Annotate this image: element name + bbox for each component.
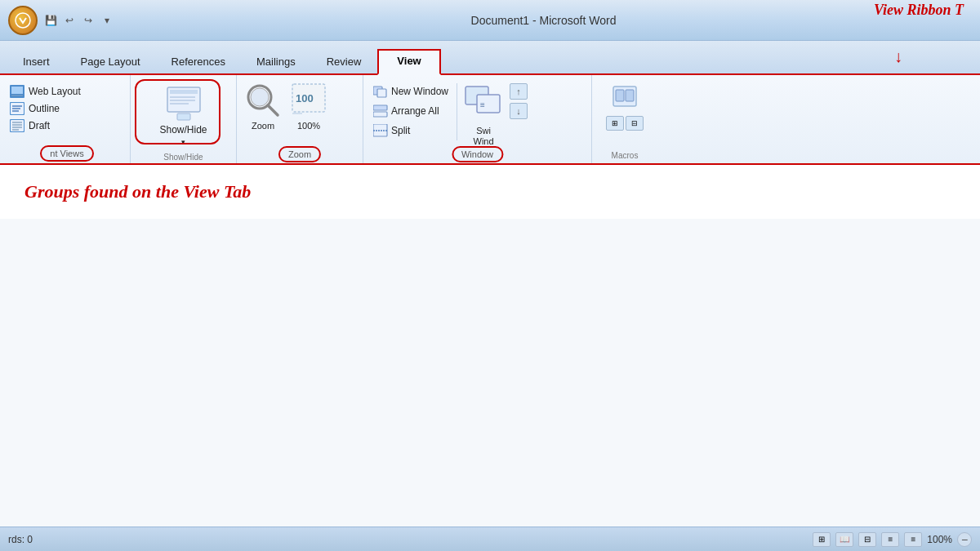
window-small-icons: ↑ ↓ — [510, 83, 528, 119]
down-arrow-annotation: ↓ — [894, 47, 902, 66]
svg-rect-35 — [616, 90, 624, 101]
macros-small-icon-2[interactable]: ⊟ — [626, 116, 644, 131]
svg-rect-3 — [11, 95, 23, 96]
macros-icon — [610, 83, 639, 113]
arrange-all-label: Arrange All — [391, 105, 439, 117]
outline-icon — [10, 102, 24, 115]
new-window-btn[interactable]: New Window — [370, 83, 452, 100]
status-icon-1[interactable]: ⊞ — [813, 532, 831, 547]
redo-quick-icon[interactable]: ↪ — [80, 12, 96, 29]
window-arrow-down-icon[interactable]: ↓ — [510, 103, 528, 119]
status-icon-4[interactable]: ≡ — [881, 532, 899, 547]
zoom-magnifier-icon — [243, 80, 283, 121]
show-hide-big-icon — [163, 82, 205, 124]
view-ribbon-annotation: View Ribbon T — [874, 2, 964, 19]
zoom-group-label: Zoom — [278, 146, 321, 162]
zoom-label: Zoom — [252, 121, 274, 131]
tab-references[interactable]: References — [157, 51, 240, 73]
svg-rect-27 — [373, 105, 387, 110]
status-icon-5[interactable]: ≡ — [904, 532, 922, 547]
quick-access-toolbar: 💾 ↩ ↪ ▾ — [42, 12, 115, 29]
undo-quick-icon[interactable]: ↩ — [61, 12, 78, 29]
show-hide-dropdown-arrow: ▾ — [181, 138, 185, 146]
window-group-label: Window — [452, 146, 503, 162]
svg-rect-28 — [373, 112, 387, 117]
status-icon-3[interactable]: ⊟ — [858, 532, 876, 547]
svg-rect-14 — [170, 90, 198, 94]
zoom-out-btn[interactable]: − — [957, 532, 972, 547]
title-bar: 💾 ↩ ↪ ▾ Document1 - Microsoft Word View … — [0, 0, 980, 41]
tab-page-layout[interactable]: Page Layout — [66, 51, 155, 73]
ribbon-content: nt Views Web Layout Outline — [0, 75, 980, 165]
web-layout-label: Web Layout — [29, 86, 81, 97]
show-hide-label: Show/Hide ▾ — [159, 124, 207, 148]
web-layout-icon — [10, 85, 24, 98]
new-window-icon — [373, 85, 388, 98]
svg-line-21 — [268, 105, 278, 115]
status-icon-2[interactable]: 📖 — [835, 532, 853, 547]
tab-mailings[interactable]: Mailings — [242, 51, 310, 73]
svg-rect-18 — [177, 113, 190, 120]
arrange-all-icon — [373, 104, 388, 118]
window-arrow-up-icon[interactable]: ↑ — [510, 83, 528, 100]
new-window-label: New Window — [391, 86, 448, 97]
status-bar: rds: 0 ⊞ 📖 ⊟ ≡ ≡ 100% − — [0, 527, 980, 551]
hundred-percent-icon: 100 — [289, 80, 328, 121]
outline-btn[interactable]: Outline — [7, 101, 123, 116]
switch-windows-icon: ≡ — [462, 83, 505, 126]
switch-windows-btn[interactable]: ≡ SwiWind — [462, 83, 505, 147]
show-hide-group-label: Show/Hide — [131, 153, 236, 162]
outline-label: Outline — [29, 103, 60, 114]
macros-group-label: Macros — [592, 151, 657, 160]
arrange-all-btn[interactable]: Arrange All — [370, 103, 452, 119]
ribbon-tabs: Insert Page Layout References Mailings R… — [0, 41, 980, 75]
dropdown-quick-icon[interactable]: ▾ — [99, 12, 115, 29]
draft-label: Draft — [29, 120, 50, 131]
hundred-percent-label: 100% — [297, 121, 320, 131]
svg-text:100: 100 — [296, 92, 314, 104]
split-icon — [373, 124, 388, 137]
svg-rect-26 — [377, 89, 386, 97]
window-title: Document1 - Microsoft Word — [115, 14, 972, 27]
split-label: Split — [391, 125, 410, 136]
status-right: ⊞ 📖 ⊟ ≡ ≡ 100% − — [813, 532, 972, 547]
tab-review[interactable]: Review — [312, 51, 376, 73]
tab-insert[interactable]: Insert — [8, 51, 65, 73]
annotation-text: Groups found on the View Tab — [24, 181, 956, 202]
macros-small-icon-1[interactable]: ⊞ — [606, 116, 624, 131]
window-buttons: New Window Arrange All Split — [370, 83, 452, 139]
zoom-btn[interactable]: Zoom — [243, 80, 283, 131]
tab-view[interactable]: View — [377, 49, 440, 75]
svg-rect-29 — [373, 124, 387, 136]
draft-btn[interactable]: Draft — [7, 118, 123, 133]
web-layout-btn[interactable]: Web Layout — [7, 84, 123, 99]
app-window: 💾 ↩ ↪ ▾ Document1 - Microsoft Word View … — [0, 0, 980, 551]
svg-point-20 — [251, 88, 269, 106]
document-views-group-label: nt Views — [40, 145, 93, 162]
macros-group: ⊞ ⊟ — [599, 83, 651, 131]
hundred-percent-btn[interactable]: 100 100% — [289, 80, 328, 131]
svg-rect-36 — [626, 90, 634, 101]
split-btn[interactable]: Split — [370, 122, 452, 139]
svg-point-0 — [16, 13, 30, 28]
draft-icon — [10, 119, 24, 132]
document-area: Groups found on the View Tab — [0, 165, 980, 538]
svg-rect-2 — [11, 87, 23, 94]
zoom-percent-status: 100% — [927, 534, 952, 545]
office-button[interactable] — [8, 6, 38, 35]
annotation-area: Groups found on the View Tab — [0, 165, 980, 219]
svg-text:≡: ≡ — [480, 100, 485, 109]
document-views-buttons: Web Layout Outline Draft — [7, 84, 123, 133]
switch-windows-label: SwiWind — [474, 126, 494, 147]
save-quick-icon[interactable]: 💾 — [42, 12, 59, 29]
word-count-status: rds: 0 — [8, 534, 33, 545]
